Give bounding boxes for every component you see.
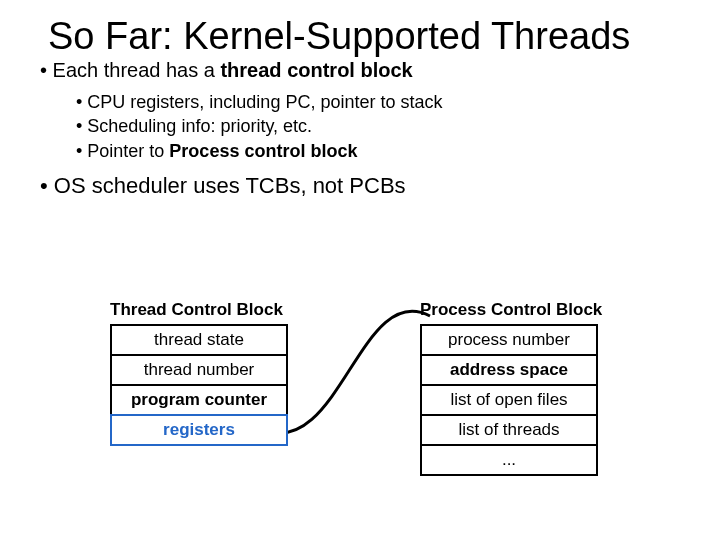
pcb-process-number: process number (420, 324, 598, 356)
tcb-program-counter: program counter (110, 384, 288, 416)
pcb-column: Process Control Block process number add… (420, 300, 598, 476)
pcb-address-space: address space (420, 354, 598, 386)
bullet-1-pre: • Each thread has a (40, 59, 220, 81)
tcb-thread-state: thread state (110, 324, 288, 356)
pcb-open-files: list of open files (420, 384, 598, 416)
sub-bullet-c-pre: Pointer to (87, 141, 169, 161)
pcb-ellipsis: ... (420, 444, 598, 476)
sub-bullet-c-bold: Process control block (169, 141, 357, 161)
tcb-thread-number: thread number (110, 354, 288, 386)
diagram: Thread Control Block thread state thread… (110, 300, 630, 530)
pcb-list-threads: list of threads (420, 414, 598, 446)
bullet-1: • Each thread has a thread control block (40, 59, 692, 82)
sub-bullet-c: Pointer to Process control block (76, 139, 692, 163)
sub-bullet-a: CPU registers, including PC, pointer to … (76, 90, 692, 114)
sub-bullet-b: Scheduling info: priority, etc. (76, 114, 692, 138)
tcb-registers: registers (110, 414, 288, 446)
tcb-title: Thread Control Block (110, 300, 288, 320)
sub-bullets: CPU registers, including PC, pointer to … (76, 90, 692, 163)
bullet-1-bold: thread control block (220, 59, 412, 81)
pcb-title: Process Control Block (420, 300, 598, 320)
tcb-column: Thread Control Block thread state thread… (110, 300, 288, 446)
bullet-2: • OS scheduler uses TCBs, not PCBs (40, 173, 692, 199)
slide-title: So Far: Kernel-Supported Threads (48, 16, 692, 57)
